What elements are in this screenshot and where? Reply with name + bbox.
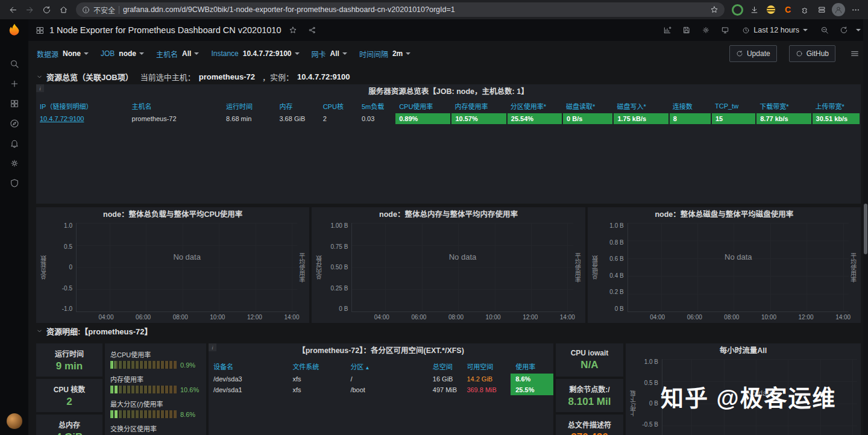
- cell-cpu-usage: 0.89%: [395, 113, 451, 124]
- column-header[interactable]: 内存: [275, 99, 319, 113]
- sort-asc-icon: ▲: [365, 365, 370, 371]
- column-header[interactable]: 5m负载: [358, 99, 395, 113]
- column-header[interactable]: 可用空间: [462, 359, 511, 374]
- stat-label: CPU 核数: [54, 384, 86, 394]
- info-icon[interactable]: i: [209, 343, 216, 351]
- browser-toolbar: 不安全 grafana.ddn.com/d/9CWBz0bik/1-node-e…: [0, 0, 868, 19]
- host-detail-link[interactable]: 10.4.7.72:9100: [40, 115, 84, 122]
- gauge-label: 最大分区(/)使用率: [110, 399, 201, 408]
- scrollbar-track[interactable]: [863, 19, 868, 435]
- back-icon[interactable]: [5, 2, 20, 17]
- share-icon[interactable]: [305, 23, 319, 37]
- variable-value-dropdown[interactable]: All: [182, 49, 199, 58]
- column-header[interactable]: 分区使用率*: [507, 99, 562, 113]
- create-plus-icon[interactable]: [0, 74, 28, 93]
- collections-icon[interactable]: [814, 2, 829, 17]
- column-header[interactable]: 总空间: [428, 359, 462, 374]
- scrollbar-thumb[interactable]: [864, 204, 867, 254]
- explore-compass-icon[interactable]: [0, 113, 28, 133]
- column-header[interactable]: 分区▲: [345, 359, 427, 374]
- url-text[interactable]: grafana.ddn.com/d/9CWBz0bik/1-node-expor…: [123, 5, 706, 14]
- site-info-icon[interactable]: [82, 6, 90, 14]
- panel-title[interactable]: node：整体总负载与整体平均CPU使用率: [36, 207, 309, 222]
- section-detail-header[interactable]: 资源明细:【prometheus-72】: [36, 323, 861, 339]
- column-header[interactable]: CPU使用率: [395, 99, 451, 113]
- tv-mode-icon[interactable]: [718, 23, 732, 37]
- user-avatar[interactable]: [7, 413, 22, 429]
- grafana-logo[interactable]: [5, 22, 24, 40]
- chevron-down-icon: [36, 328, 43, 334]
- instance-label: ，实例：: [262, 71, 294, 83]
- column-header[interactable]: 文件系统: [288, 359, 345, 374]
- gauge-label: 交换分区使用率: [110, 424, 201, 433]
- column-header[interactable]: 内存使用率: [451, 99, 506, 113]
- panel-title[interactable]: node：整体总磁盘与整体平均磁盘使用率: [588, 207, 861, 222]
- reload-icon[interactable]: [39, 2, 54, 17]
- refresh-caret-icon[interactable]: [856, 29, 861, 31]
- alerting-bell-icon[interactable]: [0, 133, 28, 153]
- column-header[interactable]: 磁盘写入*: [613, 99, 668, 113]
- variable-value-dropdown[interactable]: node: [119, 49, 144, 58]
- extension-c-icon[interactable]: C: [780, 2, 796, 17]
- panel-title[interactable]: node：整体总内存与整体平均内存使用率: [312, 207, 585, 222]
- forward-icon[interactable]: [22, 2, 37, 17]
- home-icon[interactable]: [55, 2, 71, 17]
- variable-label: Instance: [211, 49, 238, 58]
- panel-title[interactable]: 【prometheus-72】：各分区可用空间(EXT.*/XFS): [209, 343, 553, 358]
- variable-label: 数据源: [37, 49, 58, 59]
- zoom-out-icon[interactable]: [817, 23, 832, 37]
- time-range-picker[interactable]: Last 12 hours: [737, 22, 813, 38]
- download-icon[interactable]: [746, 2, 762, 17]
- extension-bee-icon[interactable]: [763, 2, 779, 17]
- y-axis-ticks: 1.0 B0.5 B 0 B-0.5 B -1.0 B: [638, 359, 662, 435]
- column-header[interactable]: 运行时间: [222, 99, 275, 113]
- plot-area[interactable]: No data: [627, 223, 849, 312]
- panel-title[interactable]: 服务器资源总览表【JOB: node，主机总数: 1】: [36, 84, 861, 99]
- column-header[interactable]: CPU核: [319, 99, 358, 113]
- favorite-star-icon[interactable]: [286, 23, 300, 37]
- panel-server-overview-table: i 服务器资源总览表【JOB: node，主机总数: 1】 IP（链接到明细）: [36, 84, 861, 204]
- variable-value-dropdown[interactable]: 2m: [392, 49, 410, 58]
- search-icon[interactable]: [0, 54, 28, 74]
- update-button[interactable]: Update: [729, 45, 777, 62]
- x-axis-ticks: 04:0006:00 08:0010:00 12:0014:00: [348, 312, 573, 323]
- column-header[interactable]: 使用率: [511, 359, 553, 374]
- column-header[interactable]: 磁盘读取*: [562, 99, 613, 113]
- variable-value-dropdown[interactable]: All: [330, 49, 347, 58]
- save-dashboard-icon[interactable]: [679, 23, 694, 37]
- kiosk-menu-icon[interactable]: [850, 49, 860, 58]
- dashboard-title[interactable]: 1 Node Exporter for Prometheus Dashboard…: [49, 25, 281, 35]
- admin-shield-icon[interactable]: [0, 173, 28, 193]
- plot-area[interactable]: No data: [351, 223, 573, 312]
- panel-title[interactable]: 每小时流量All: [626, 343, 861, 358]
- column-header[interactable]: 设备名: [209, 359, 288, 374]
- extension-green-icon[interactable]: [729, 2, 745, 17]
- column-header[interactable]: 连接数: [669, 99, 711, 113]
- column-header[interactable]: TCP_tw: [711, 99, 756, 113]
- profile-avatar[interactable]: [831, 2, 846, 17]
- info-icon[interactable]: i: [36, 84, 44, 92]
- extensions-puzzle-icon[interactable]: [797, 2, 813, 17]
- column-header[interactable]: 下载带宽*: [756, 99, 811, 113]
- add-panel-icon[interactable]: [660, 23, 675, 37]
- variable-datasource: 数据源 None: [37, 49, 89, 59]
- dashboard-settings-icon[interactable]: [699, 23, 713, 37]
- plot-area[interactable]: No data: [76, 223, 297, 312]
- refresh-icon[interactable]: [837, 23, 851, 37]
- stat-label: 总文件描述符: [568, 419, 611, 430]
- address-bar[interactable]: 不安全 grafana.ddn.com/d/9CWBz0bik/1-node-e…: [76, 2, 725, 17]
- variable-value-dropdown[interactable]: 10.4.7.72:9100: [243, 49, 300, 58]
- column-header[interactable]: 上传带宽*: [812, 99, 860, 113]
- cell-hostname: prometheus-72: [128, 113, 223, 124]
- column-header[interactable]: IP（链接到明细）: [36, 99, 128, 113]
- variable-value-dropdown[interactable]: None: [63, 49, 89, 58]
- browser-menu-icon[interactable]: [848, 2, 863, 17]
- configuration-gear-icon[interactable]: [0, 153, 28, 173]
- column-header[interactable]: 主机名: [128, 99, 223, 113]
- section-overview-header[interactable]: 资源总览（关联JOB项） 当前选中主机： prometheus-72 ，实例： …: [36, 69, 861, 84]
- github-button[interactable]: GitHub: [789, 45, 835, 62]
- dashboards-icon[interactable]: [0, 93, 28, 113]
- cell-device: /dev/sda1: [209, 384, 288, 395]
- overview-table: IP（链接到明细） 主机名 运行时间 内存 CPU核 5m负载 CPU使用率 内…: [36, 99, 861, 124]
- bookmark-star-icon[interactable]: [710, 5, 719, 14]
